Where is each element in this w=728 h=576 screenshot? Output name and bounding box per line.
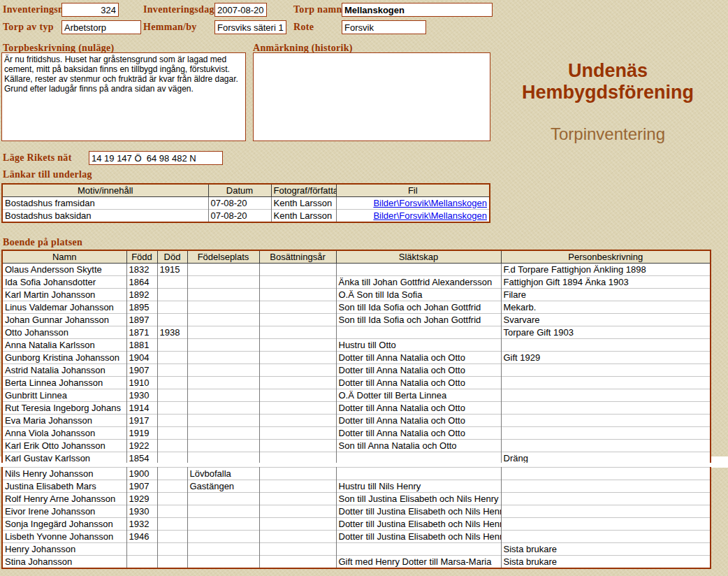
cell xyxy=(157,289,187,301)
table-row: Anna Natalia Karlsson1881Hustru till Ott… xyxy=(2,339,711,352)
torpbeskrivning-textarea[interactable]: Är nu fritidshus. Huset har gråstensgrun… xyxy=(1,52,246,141)
cell xyxy=(336,326,501,339)
cell xyxy=(126,556,157,569)
cell: 1914 xyxy=(126,402,157,415)
cell: 1922 xyxy=(126,440,157,452)
cell xyxy=(259,480,336,493)
cell: Bilder\Forsvik\Mellanskogen xyxy=(336,197,490,210)
cell xyxy=(157,556,187,569)
cell xyxy=(157,427,187,440)
cell: 1871 xyxy=(126,326,157,339)
cell: Bostadshus framsidan xyxy=(2,197,208,210)
cell xyxy=(259,389,336,402)
cell xyxy=(259,440,336,452)
cell xyxy=(259,301,336,314)
rote-field[interactable] xyxy=(342,20,426,34)
cell xyxy=(157,314,187,326)
torp-av-typ-field[interactable] xyxy=(61,20,141,34)
cell xyxy=(187,452,259,463)
hemman-by-field[interactable] xyxy=(214,20,286,34)
cell: 1932 xyxy=(126,518,157,531)
rote-label: Rote xyxy=(293,22,314,33)
cell: Linus Valdemar Johansson xyxy=(2,301,126,314)
cell xyxy=(157,493,187,505)
cell xyxy=(259,339,336,352)
cell: O.Ä Dotter till Berta Linnea xyxy=(336,389,501,402)
cell xyxy=(187,440,259,452)
table-row: Otto Johansson18711938Torpare Gift 1903 xyxy=(2,326,711,339)
table-row: Bostadshus framsidan07-08-20Kenth Larsso… xyxy=(2,197,490,210)
links-header-datum: Datum xyxy=(208,184,271,197)
cell xyxy=(501,493,711,505)
cell: 1915 xyxy=(157,264,187,276)
cell: Kenth Larsson xyxy=(271,197,336,210)
cell: Karl Erik Otto Johansson xyxy=(2,440,126,452)
cell: Gunborg Kristina Johansson xyxy=(2,352,126,364)
residents-header-namn: Namn xyxy=(2,250,126,264)
residents-table-part2-container: Nils Henry Johansson1900LövbofallaJustin… xyxy=(1,467,711,569)
anmarkning-textarea[interactable] xyxy=(253,52,490,141)
cell xyxy=(501,440,711,452)
cell xyxy=(336,264,501,276)
cell: Johan Gunnar Johansson xyxy=(2,314,126,326)
cell xyxy=(187,389,259,402)
cell: Svarvare xyxy=(501,314,711,326)
cell xyxy=(259,264,336,276)
cell: 1930 xyxy=(126,505,157,518)
cell xyxy=(187,339,259,352)
cell xyxy=(259,352,336,364)
cell: 1832 xyxy=(126,264,157,276)
cell: Lisbeth Yvonne Johansson xyxy=(2,531,126,543)
cell: Eivor Irene Johansson xyxy=(2,505,126,518)
cell: Dotter till Anna Natalia och Otto xyxy=(336,415,501,427)
boende-pa-platsen-label: Boende på platsen xyxy=(3,237,82,248)
cell: Dräng xyxy=(501,452,711,463)
cell: Bilder\Forsvik\Mellanskogen xyxy=(336,210,490,223)
cell: Hustru till Otto xyxy=(336,339,501,352)
cell: Dotter till Anna Natalia och Otto xyxy=(336,364,501,377)
cell: Rut Teresia Ingeborg Johans xyxy=(2,402,126,415)
cell xyxy=(187,314,259,326)
cell xyxy=(157,377,187,389)
cell xyxy=(157,339,187,352)
cell xyxy=(157,301,187,314)
links-table-container: Motiv/innehåll Datum Fotograf/författare… xyxy=(1,183,490,223)
table-row: Stina JohanssonGift med Henry Dotter til… xyxy=(2,556,711,569)
cell: 1946 xyxy=(126,531,157,543)
cell: 1917 xyxy=(126,415,157,427)
table-row: Olaus Andersson Skytte18321915F.d Torpar… xyxy=(2,264,711,276)
cell: Sonja Ingegärd Johansson xyxy=(2,518,126,531)
cell: Son till Ida Sofia och Johan Gottfrid xyxy=(336,314,501,326)
cell xyxy=(157,402,187,415)
cell xyxy=(336,468,501,480)
cell xyxy=(187,289,259,301)
cell xyxy=(259,556,336,569)
residents-header-row: Namn Född Död Födelseplats Bosättningsår… xyxy=(2,250,711,264)
lage-rikets-nat-field[interactable] xyxy=(89,151,223,165)
cell xyxy=(187,518,259,531)
table-row: Karl Martin Johansson1892O.Ä Son till Id… xyxy=(2,289,711,301)
cell: 1854 xyxy=(126,452,157,463)
cell: 1907 xyxy=(126,480,157,493)
cell: 1907 xyxy=(126,364,157,377)
cell xyxy=(187,377,259,389)
cell xyxy=(336,452,501,463)
lankar-till-underlag-label: Länkar till underlag xyxy=(3,169,92,180)
cell: Gift med Henry Dotter till Marsa-Maria xyxy=(336,556,501,569)
inventeringsnr-field[interactable] xyxy=(61,3,119,17)
file-link[interactable]: Bilder\Forsvik\Mellanskogen xyxy=(373,198,487,208)
cell xyxy=(187,326,259,339)
cell xyxy=(187,276,259,289)
cell: Dotter till Justina Elisabeth och Nils H… xyxy=(336,531,501,543)
links-header-fil: Fil xyxy=(336,184,490,197)
inventeringsdag-field[interactable] xyxy=(214,3,267,17)
cell: Astrid Natalia Johansson xyxy=(2,364,126,377)
file-link[interactable]: Bilder\Forsvik\Mellanskogen xyxy=(373,210,487,221)
cell xyxy=(501,402,711,415)
cell: Gift 1929 xyxy=(501,352,711,364)
cell xyxy=(157,276,187,289)
table-row: Sonja Ingegärd Johansson1932Dotter till … xyxy=(2,518,711,531)
torp-namn-field[interactable] xyxy=(342,3,493,17)
cell: 07-08-20 xyxy=(208,210,271,223)
torp-av-typ-label: Torp av typ xyxy=(3,22,54,33)
